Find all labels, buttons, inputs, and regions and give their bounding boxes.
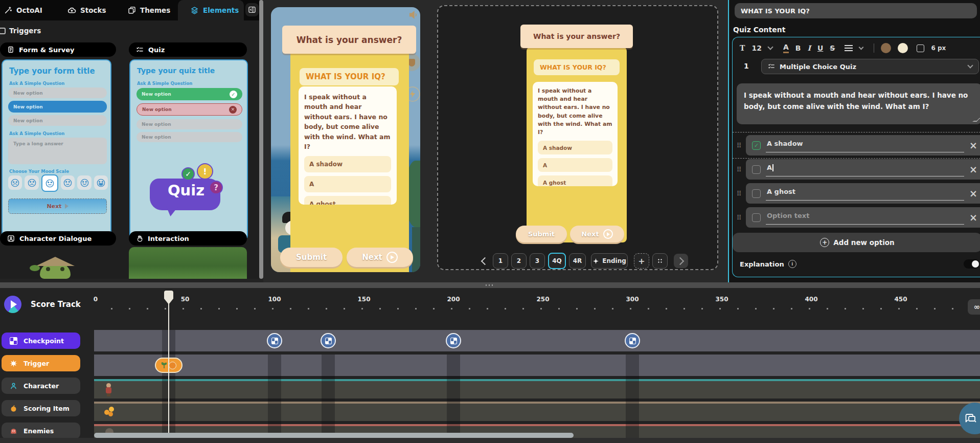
answer-option[interactable]: A shadow — [304, 156, 391, 172]
tab-elements[interactable]: Elements — [178, 0, 244, 20]
corner-radius-icon[interactable] — [917, 45, 924, 52]
submit-button[interactable]: Submit — [516, 226, 567, 242]
character-dialogue-card-header[interactable]: Character Dialogue — [0, 231, 116, 246]
frog-character-preview[interactable] — [36, 252, 75, 279]
option-row-3[interactable]: A ghost × — [746, 183, 980, 204]
align-button[interactable] — [845, 45, 853, 51]
drag-handle-icon[interactable]: ⠿ — [736, 214, 743, 221]
add-scene-button[interactable]: + — [634, 253, 649, 269]
option-row-2[interactable]: A × — [746, 159, 980, 180]
prev-scene-icon[interactable] — [481, 257, 489, 265]
row-button-trigger[interactable]: Trigger — [2, 355, 80, 371]
checkpoint-marker[interactable] — [267, 333, 282, 348]
row-button-scoring-item[interactable]: Scoring Item — [2, 400, 80, 416]
quiz-title-box[interactable]: WHAT IS YOUR IQ? — [534, 59, 620, 75]
explanation-toggle[interactable] — [964, 259, 980, 269]
option-checkbox-checked[interactable]: ✓ — [752, 141, 761, 150]
game-preview-live[interactable]: What is your answer? WHAT IS YOUR IQ? I … — [271, 7, 420, 272]
remove-option-icon[interactable]: × — [969, 188, 977, 199]
scoring-item-sprite[interactable] — [104, 406, 117, 417]
mood-sad-icon[interactable] — [25, 175, 38, 190]
page-4q-button-active[interactable]: 4Q — [548, 253, 566, 269]
timeline-splitter[interactable] — [0, 282, 980, 288]
mood-neutral-icon-selected[interactable] — [41, 174, 58, 192]
answer-option[interactable]: A shadow — [538, 141, 612, 154]
remove-option-icon[interactable]: × — [969, 212, 977, 223]
strikethrough-button[interactable]: S — [830, 44, 835, 52]
mood-grin-icon[interactable] — [94, 175, 108, 190]
checkpoint-marker[interactable] — [321, 333, 336, 348]
add-new-option-button[interactable]: + Add new option — [733, 233, 980, 252]
selected-scene-frame[interactable]: What is your answer? WHAT IS YOUR IQ? I … — [437, 5, 718, 270]
option-text-input[interactable]: A — [766, 163, 964, 176]
character-sprite[interactable] — [105, 383, 112, 396]
row-button-character[interactable]: Character — [2, 378, 80, 394]
panel-scrollbar[interactable] — [259, 0, 263, 279]
answer-option[interactable]: A — [304, 176, 391, 192]
mood-ok-icon[interactable] — [61, 175, 75, 190]
row-button-checkpoint[interactable]: Checkpoint — [2, 333, 80, 349]
info-icon[interactable]: i — [788, 260, 796, 268]
next-button[interactable]: Next — [347, 248, 413, 267]
track-scoring-item[interactable] — [94, 402, 980, 421]
answer-option[interactable]: A — [538, 158, 612, 172]
mood-happy-icon[interactable] — [77, 175, 91, 190]
ending-button[interactable]: Ending — [591, 253, 628, 269]
remove-option-icon[interactable]: × — [969, 140, 977, 151]
page-1-button[interactable]: 1 — [493, 253, 508, 269]
form-option-input-selected[interactable]: New option — [8, 101, 107, 113]
bold-button[interactable]: B — [795, 44, 801, 52]
interaction-preview-image[interactable] — [129, 247, 247, 279]
speaker-icon[interactable] — [408, 9, 419, 20]
timeline-ruler[interactable]: 0 50 100 150 200 250 300 350 400 450 — [0, 288, 980, 314]
fill-color-swatch[interactable] — [881, 43, 891, 53]
mood-very-sad-icon[interactable] — [8, 175, 22, 190]
page-4r-button[interactable]: 4R — [569, 253, 586, 269]
option-text-input[interactable]: A ghost — [766, 187, 964, 201]
align-chevron-icon[interactable] — [859, 45, 864, 50]
option-checkbox[interactable] — [752, 213, 761, 222]
form-survey-card-header[interactable]: Form & Survey — [0, 42, 116, 57]
question-text-area[interactable]: I speak without a mouth and hear without… — [737, 83, 980, 124]
font-size-chevron-icon[interactable] — [767, 44, 773, 50]
answer-option[interactable]: A ghost — [304, 196, 391, 205]
drag-handle-icon[interactable]: ⠿ — [736, 190, 743, 197]
quiz-card-header[interactable]: Quiz — [129, 42, 247, 57]
underline-button[interactable]: U — [817, 44, 823, 52]
panel-resize-divider[interactable] — [728, 0, 729, 282]
background-color-swatch[interactable] — [898, 43, 908, 53]
form-option-input[interactable]: New option — [8, 115, 107, 126]
tab-stocks[interactable]: Stocks — [67, 0, 106, 20]
font-size-value[interactable]: 12 — [751, 44, 761, 52]
track-trigger[interactable] — [94, 355, 980, 376]
page-3-button[interactable]: 3 — [530, 253, 545, 269]
quiz-title-input[interactable] — [735, 3, 977, 18]
option-checkbox[interactable] — [752, 165, 761, 174]
form-option-input[interactable]: New option — [8, 87, 107, 98]
drag-handle-icon[interactable]: ⠿ — [736, 166, 743, 173]
track-checkpoint[interactable] — [94, 330, 980, 351]
interaction-card-header[interactable]: Interaction — [129, 231, 247, 246]
font-family-icon[interactable]: T — [740, 44, 745, 52]
quiz-option-input[interactable]: New option — [136, 119, 242, 129]
quiz-option-correct[interactable]: New option ✓ — [136, 88, 242, 100]
resize-handle-icon[interactable] — [972, 117, 980, 122]
quiz-preview-card[interactable]: Type your quiz title Ask A Simple Questi… — [129, 59, 248, 240]
row-button-enemies[interactable]: Enemies — [2, 423, 80, 439]
timeline-scrollbar[interactable] — [94, 433, 574, 438]
option-checkbox[interactable] — [752, 189, 761, 198]
quiz-title-box[interactable]: WHAT IS YOUR IQ? — [300, 68, 399, 85]
question-type-select[interactable]: Multiple Choice Quiz — [761, 59, 979, 74]
next-button[interactable]: Next — [570, 226, 624, 242]
option-row-4[interactable]: Option text × — [746, 207, 980, 228]
scene-grid-button[interactable] — [652, 253, 668, 269]
tab-octoai[interactable]: OctoAI — [4, 0, 42, 20]
form-next-button[interactable]: Next — [8, 198, 107, 214]
option-text-input[interactable]: A shadow — [766, 139, 964, 152]
quiz-option-wrong[interactable]: New option ✕ — [136, 103, 242, 116]
track-character[interactable] — [94, 379, 980, 398]
loop-button[interactable]: ∞ — [968, 299, 980, 315]
collapse-panel-button[interactable] — [245, 3, 259, 16]
option-row-1[interactable]: ✓ A shadow × — [746, 135, 980, 156]
page-2-button[interactable]: 2 — [511, 253, 527, 269]
